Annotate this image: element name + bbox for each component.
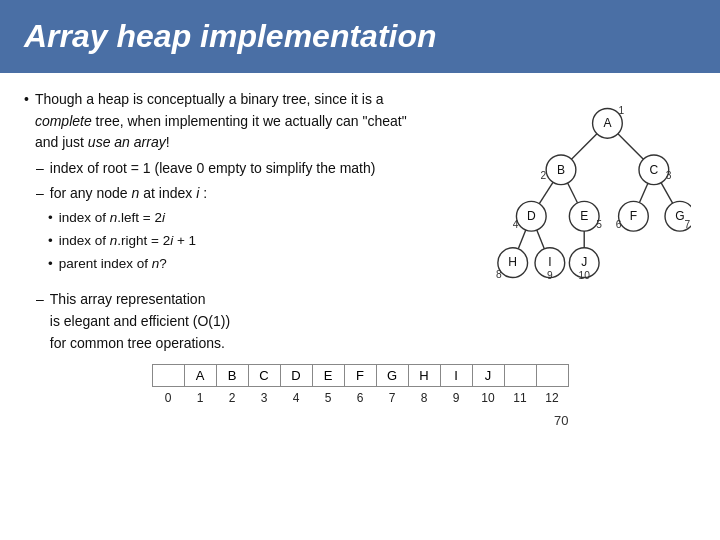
cell-C: C xyxy=(248,365,280,387)
idx-5: 5 xyxy=(312,387,344,409)
cell-G: G xyxy=(376,365,408,387)
slide-title: Array heap implementation xyxy=(24,18,696,55)
svg-text:E: E xyxy=(580,209,588,223)
svg-text:5: 5 xyxy=(596,219,602,230)
idx-4: 4 xyxy=(280,387,312,409)
tree-svg: A 1 B 2 C 3 D 4 E 5 F 6 G 7 xyxy=(431,93,691,293)
idx-6: 6 xyxy=(344,387,376,409)
svg-text:I: I xyxy=(548,255,551,269)
cell-D: D xyxy=(280,365,312,387)
cell-A: A xyxy=(184,365,216,387)
right-column: A 1 B 2 C 3 D 4 E 5 F 6 G 7 xyxy=(426,89,696,358)
array-values-row: A B C D E F G H I J xyxy=(152,365,568,387)
svg-text:4: 4 xyxy=(513,219,519,230)
idx-9: 9 xyxy=(440,387,472,409)
svg-text:B: B xyxy=(557,163,565,177)
svg-text:J: J xyxy=(581,255,587,269)
bottom-dash-text: This array representation is elegant and… xyxy=(50,289,230,354)
bullet-1: Though a heap is conceptually a binary t… xyxy=(24,89,410,154)
page-number: 70 xyxy=(152,413,569,428)
svg-text:C: C xyxy=(649,163,658,177)
sub-bullet-right: index of n.right = 2i + 1 xyxy=(48,231,410,252)
idx-1: 1 xyxy=(184,387,216,409)
cell-B: B xyxy=(216,365,248,387)
dash-node-text: for any node n at index i : xyxy=(50,183,207,205)
svg-text:D: D xyxy=(527,209,536,223)
svg-text:1: 1 xyxy=(619,105,625,116)
cell-empty3 xyxy=(536,365,568,387)
array-index-row: 0 1 2 3 4 5 6 7 8 9 10 11 12 xyxy=(152,387,568,409)
bottom-dash-list: This array representation is elegant and… xyxy=(36,289,410,354)
idx-0: 0 xyxy=(152,387,184,409)
cell-I: I xyxy=(440,365,472,387)
dash-array-rep: This array representation is elegant and… xyxy=(36,289,410,354)
svg-text:7: 7 xyxy=(684,219,690,230)
svg-text:10: 10 xyxy=(579,270,591,281)
dash-root-text: index of root = 1 (leave 0 empty to simp… xyxy=(50,158,376,180)
svg-text:F: F xyxy=(630,209,637,223)
svg-text:A: A xyxy=(603,116,612,130)
idx-8: 8 xyxy=(408,387,440,409)
array-table-wrap: A B C D E F G H I J 0 1 2 3 4 5 6 xyxy=(152,364,569,428)
idx-3: 3 xyxy=(248,387,280,409)
cell-H: H xyxy=(408,365,440,387)
cell-E: E xyxy=(312,365,344,387)
bullet-1-text: Though a heap is conceptually a binary t… xyxy=(35,89,410,154)
complete-italic: complete xyxy=(35,113,92,129)
idx-10: 10 xyxy=(472,387,504,409)
svg-text:H: H xyxy=(508,255,517,269)
left-column: Though a heap is conceptually a binary t… xyxy=(24,89,410,358)
cell-J: J xyxy=(472,365,504,387)
idx-2: 2 xyxy=(216,387,248,409)
sub-bullet-parent: parent index of n? xyxy=(48,254,410,275)
main-content: Though a heap is conceptually a binary t… xyxy=(0,73,720,358)
cell-empty2 xyxy=(504,365,536,387)
cell-F: F xyxy=(344,365,376,387)
svg-text:8: 8 xyxy=(496,269,502,280)
sub-bullet-list: index of n.left = 2i index of n.right = … xyxy=(48,208,410,275)
svg-text:3: 3 xyxy=(666,170,672,181)
sub-bullet-left: index of n.left = 2i xyxy=(48,208,410,229)
array-section: A B C D E F G H I J 0 1 2 3 4 5 6 xyxy=(0,364,720,428)
use-array-italic: use an array xyxy=(88,134,166,150)
svg-text:6: 6 xyxy=(616,219,622,230)
dash-item-node: for any node n at index i : xyxy=(36,183,410,205)
svg-text:2: 2 xyxy=(541,170,547,181)
dash-item-root: index of root = 1 (leave 0 empty to simp… xyxy=(36,158,410,180)
idx-11: 11 xyxy=(504,387,536,409)
idx-7: 7 xyxy=(376,387,408,409)
svg-text:9: 9 xyxy=(547,270,553,281)
idx-12: 12 xyxy=(536,387,568,409)
slide-header: Array heap implementation xyxy=(0,0,720,73)
array-values-table: A B C D E F G H I J 0 1 2 3 4 5 6 xyxy=(152,364,569,409)
cell-empty xyxy=(152,365,184,387)
svg-text:G: G xyxy=(675,209,684,223)
